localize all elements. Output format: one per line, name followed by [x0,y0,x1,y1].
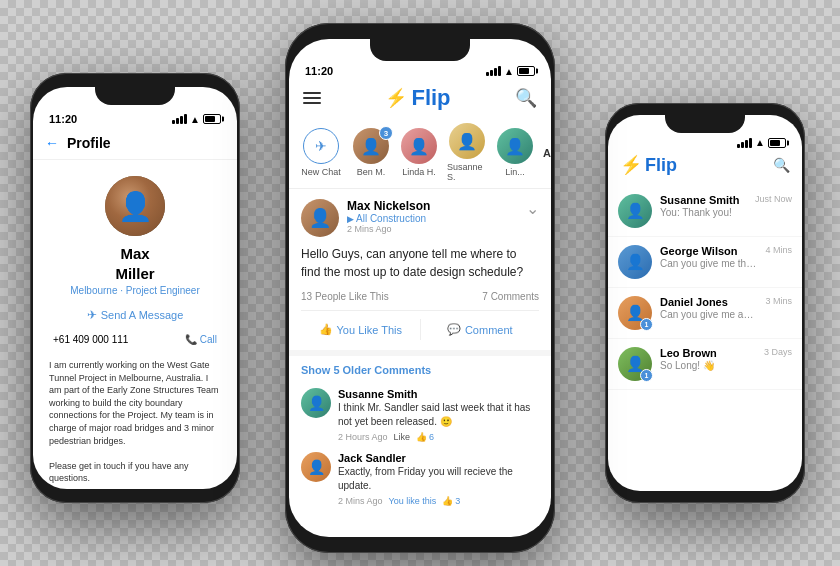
comment-1-avatar: 👤 [301,388,331,418]
profile-title: Profile [67,135,111,151]
phone-number-row: +61 409 000 111 📞 Call [45,328,225,351]
left-battery-icon [203,114,221,124]
message-item-george[interactable]: 👤 George Wilson Can you give me the new … [608,237,802,288]
comment-1-author: Susanne Smith [338,388,539,400]
comment-2-you-like[interactable]: You like this [389,496,437,506]
call-button[interactable]: 📞 Call [185,334,217,345]
msg-avatar-susanne: 👤 [618,194,652,228]
search-button[interactable]: 🔍 [515,87,537,109]
post-header: 👤 Max Nickelson ▶ All Construction 2 Min… [301,199,539,237]
profile-header: ← Profile [33,127,237,160]
msg-avatar-george: 👤 [618,245,652,279]
left-notch [95,87,175,105]
phone-center: 11:20 ▲ ⚡ Flip [285,23,555,553]
message-item-daniel[interactable]: 👤 1 Daniel Jones Can you give me an upda… [608,288,802,339]
likes-count: 13 People Like This [301,291,389,302]
post-body: Hello Guys, can anyone tell me where to … [301,245,539,281]
arrow-icon: ▶ [347,214,354,224]
menu-button[interactable] [303,92,321,104]
msg-time-susanne: Just Now [755,194,792,204]
center-status-icons: ▲ [486,66,535,77]
comment-button[interactable]: 💬 Comment [421,319,540,340]
center-status-bar: 11:20 ▲ [289,61,551,79]
comment-1: 👤 Susanne Smith I think Mr. Sandler said… [301,388,539,442]
left-time: 11:20 [49,113,77,125]
send-message-button[interactable]: ✈ Send A Message [87,308,184,322]
comment-2-text: Exactly, from Friday you will recieve th… [338,465,539,493]
thumb-icon-small: 👍 [416,432,427,442]
left-status-icons: ▲ [172,114,221,125]
center-battery-icon [517,66,535,76]
comments-section: Show 5 Older Comments 👤 Susanne Smith I … [289,356,551,524]
linda-avatar: 👤 [401,128,437,164]
phone-number: +61 409 000 111 [53,334,128,345]
paper-plane-icon: ✈ [87,308,97,322]
comment-2-author: Jack Sandler [338,452,539,464]
msg-content-george: George Wilson Can you give me the new in… [660,245,757,269]
right-screen: ▲ ⚡ Flip 🔍 👤 [608,115,802,491]
tab-susanne[interactable]: 👤 Susanne S. [447,123,487,182]
show-older-button[interactable]: Show 5 Older Comments [301,364,539,376]
msg-time-george: 4 Mins [765,245,792,255]
chat-bubble-icon: 💬 [447,323,461,336]
post-author-avatar: 👤 [301,199,339,237]
thumbs-up-icon: 👍 [319,323,333,336]
center-screen: 11:20 ▲ ⚡ Flip [289,39,551,537]
phone-left: 11:20 ▲ ← Profile [30,73,240,503]
comment-1-content: Susanne Smith I think Mr. Sandler said l… [338,388,539,442]
right-wifi-icon: ▲ [755,137,765,148]
msg-preview-leo: So Long! 👋 [660,360,756,371]
center-wifi-icon: ▲ [504,66,514,77]
msg-name-george: George Wilson [660,245,757,257]
msg-preview-susanne: You: Thank you! [660,207,747,218]
avatar-face: 👤 [105,176,165,236]
right-search-button[interactable]: 🔍 [773,157,790,173]
phones-container: 11:20 ▲ ← Profile [10,13,830,553]
left-screen: 11:20 ▲ ← Profile [33,87,237,489]
susanne-avatar: 👤 [449,123,485,159]
right-header: ⚡ Flip 🔍 [608,150,802,180]
right-flip-logo: ⚡ Flip [620,154,677,176]
thumb-icon-small-2: 👍 [442,496,453,506]
right-signal-icon [737,138,752,148]
chat-tabs: ✈ New Chat 👤 3 Ben M. 👤 Linda H. [289,117,551,189]
profile-subtitle: Melbourne · Project Engineer [70,285,200,296]
left-wifi-icon: ▲ [190,114,200,125]
center-notch [370,39,470,61]
comment-2-time: 2 Mins Ago [338,496,383,506]
msg-content-susanne: Susanne Smith You: Thank you! [660,194,747,218]
comment-1-time: 2 Hours Ago [338,432,388,442]
post-stats: 13 People Like This 7 Comments [301,291,539,311]
profile-bio: I am currently working on the West Gate … [45,359,225,485]
phone-right: ▲ ⚡ Flip 🔍 👤 [605,103,805,503]
tab-all[interactable]: ALL [543,147,551,159]
more-options-icon[interactable]: ⌄ [526,199,539,218]
profile-name: MaxMiller [115,244,154,283]
msg-time-leo: 3 Days [764,347,792,357]
comment-1-like-link[interactable]: Like [394,432,411,442]
msg-content-daniel: Daniel Jones Can you give me an update o… [660,296,757,320]
flip-logo: ⚡ Flip [385,85,450,111]
msg-badge-leo: 1 [640,369,653,382]
lin-avatar: 👤 [497,128,533,164]
comment-2-like-count: 👍 3 [442,496,460,506]
phone-icon: 📞 [185,334,197,345]
right-status-bar: ▲ [608,133,802,150]
comment-1-text: I think Mr. Sandler said last week that … [338,401,539,429]
tab-ben[interactable]: 👤 3 Ben M. [351,128,391,177]
tab-linda[interactable]: 👤 Linda H. [399,128,439,177]
message-item-leo[interactable]: 👤 1 Leo Brown So Long! 👋 3 Days [608,339,802,390]
msg-time-daniel: 3 Mins [765,296,792,306]
comment-2-avatar: 👤 [301,452,331,482]
tab-new-chat[interactable]: ✈ New Chat [299,128,343,177]
comment-1-like-count: 👍 6 [416,432,434,442]
back-button[interactable]: ← [45,135,59,151]
like-button[interactable]: 👍 You Like This [301,319,421,340]
post-meta: Max Nickelson ▶ All Construction 2 Mins … [347,199,518,234]
msg-content-leo: Leo Brown So Long! 👋 [660,347,756,371]
message-item-susanne[interactable]: 👤 Susanne Smith You: Thank you! Just Now [608,186,802,237]
center-signal-icon [486,66,501,76]
tab-lin[interactable]: 👤 Lin... [495,128,535,177]
profile-avatar: 👤 [105,176,165,236]
message-list: 👤 Susanne Smith You: Thank you! Just Now… [608,180,802,396]
